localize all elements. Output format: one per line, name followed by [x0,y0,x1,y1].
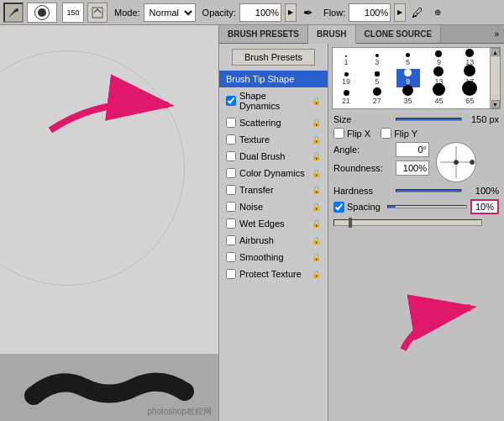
menu-item-color-dynamics[interactable]: Color Dynamics 🔒 [219,165,328,182]
hardness-label: Hardness [333,186,392,196]
size-row: Size 150 px [333,114,499,124]
menu-item-protect-texture[interactable]: Protect Texture 🔒 [219,266,328,282]
transfer-checkbox[interactable] [226,185,236,195]
spacing-row: Spacing 10% [333,199,499,214]
lock-icon-4: 🔒 [312,152,321,161]
brush-size-box [27,3,57,23]
arrow-spacing-svg [395,291,496,358]
size-slider[interactable] [396,118,462,121]
tab-brush-presets[interactable]: BRUSH PRESETS [219,25,308,43]
brush-tip-27[interactable]: 27 [365,88,389,107]
brush-tip-3[interactable]: 3 [365,50,389,68]
circle-guide [0,50,185,286]
angle-fields: Angle: Roundness: [333,142,429,176]
hardness-slider[interactable] [396,189,462,192]
angle-input[interactable] [396,142,429,157]
brush-panel: BRUSH PRESETS BRUSH CLONE SOURCE » Brush… [218,25,504,421]
tab-clone-source[interactable]: CLONE SOURCE [356,25,442,43]
spacing-track-bar[interactable] [333,219,482,226]
brush-menu: Brush Tip Shape Shape Dynamics 🔒 Scatter… [219,71,328,421]
main-area: photoshop教程网 BRUSH PRESETS BRUSH CLONE S… [0,25,504,421]
menu-item-shape-dynamics[interactable]: Shape Dynamics 🔒 [219,87,328,114]
texture-checkbox[interactable] [226,134,236,145]
menu-item-wet-edges[interactable]: Wet Edges 🔒 [219,215,328,232]
flip-row: Flip X Flip Y [333,128,499,139]
wet-edges-checkbox[interactable] [226,218,236,229]
panel-expand-button[interactable]: » [489,25,504,43]
airbrush-icon[interactable]: ✒ [300,4,317,21]
menu-item-brush-tip-shape[interactable]: Brush Tip Shape [219,71,328,87]
tab-brush[interactable]: BRUSH [308,25,356,44]
spacing-checkbox[interactable] [333,202,344,213]
menu-item-texture[interactable]: Texture 🔒 [219,131,328,148]
opacity-input[interactable] [239,3,281,22]
menu-item-smoothing[interactable]: Smoothing 🔒 [219,249,328,266]
menu-item-transfer[interactable]: Transfer 🔒 [219,182,328,198]
angle-control[interactable] [436,142,476,182]
svg-point-0 [15,8,18,12]
lock-icon-6: 🔒 [312,186,321,194]
toggle-btn[interactable] [87,3,108,23]
mode-label: Mode: [114,8,140,18]
brush-list-panel: Brush Presets Brush Tip Shape Shape Dyna… [219,44,328,421]
shape-dynamics-checkbox[interactable] [226,96,236,106]
flow-label: Flow: [323,8,345,18]
size-label: Size [333,114,392,124]
size-value: 150 px [465,114,499,124]
opacity-arrow[interactable]: ▶ [285,3,297,22]
tip-grid-scrollbar[interactable]: ▲ ▼ [490,48,500,108]
spacing-value-box: 10% [470,199,499,214]
menu-item-airbrush[interactable]: Airbrush 🔒 [219,232,328,249]
brush-tip-21[interactable]: 21 [334,88,358,107]
color-dynamics-checkbox[interactable] [226,168,236,178]
flow-input[interactable] [349,3,391,22]
mode-select[interactable]: Normal [144,3,196,22]
settings-section: Size 150 px Flip X [328,111,504,421]
flip-y-checkbox[interactable] [381,128,391,139]
lock-icon-7: 🔒 [312,203,321,211]
brush-tool-button[interactable] [3,3,24,23]
flip-y-label[interactable]: Flip Y [381,128,417,139]
lock-icon-3: 🔒 [312,135,321,144]
noise-checkbox[interactable] [226,202,236,212]
brush-tip-35[interactable]: 35 [396,88,420,107]
panel-content: Brush Presets Brush Tip Shape Shape Dyna… [219,44,504,421]
angle-field-row: Angle: [333,142,429,157]
angle-label: Angle: [333,145,392,155]
brush-stroke-svg [17,366,202,408]
brush-tip-65[interactable]: 65 [458,88,481,107]
brush-tip-9[interactable]: 9 [427,50,450,68]
lock-icon-9: 🔒 [312,236,321,245]
clone-icon[interactable]: ⊕ [429,4,446,21]
toolbar: 150 Mode: Normal Opacity: ▶ ✒ Flow: ▶ 🖊 … [0,0,504,25]
spacing-track-thumb[interactable] [349,218,352,228]
lock-icon-10: 🔒 [312,253,321,261]
brush-tip-5b[interactable]: 5 [365,69,389,87]
brush-presets-button[interactable]: Brush Presets [232,49,315,66]
flip-x-label[interactable]: Flip X [333,128,370,139]
spacing-slider[interactable] [387,205,467,208]
flow-arrow[interactable]: ▶ [394,3,406,22]
lock-icon-11: 🔒 [312,270,321,278]
menu-item-dual-brush[interactable]: Dual Brush 🔒 [219,148,328,165]
opacity-label: Opacity: [202,8,236,18]
brush-tip-45[interactable]: 45 [427,88,450,107]
menu-item-scattering[interactable]: Scattering 🔒 [219,114,328,131]
protect-texture-checkbox[interactable] [226,269,236,279]
brush-tip-19[interactable]: 19 [334,69,358,87]
spacing-checkbox-label[interactable]: Spacing [333,202,381,213]
tablet-pressure-icon[interactable]: 🖊 [409,4,426,21]
watermark: photoshop教程网 [147,406,212,418]
dual-brush-checkbox[interactable] [226,151,236,161]
flip-x-checkbox[interactable] [333,128,344,139]
scattering-checkbox[interactable] [226,118,236,128]
brush-tip-5[interactable]: 5 [396,50,420,68]
hardness-row: Hardness 100% [333,186,499,196]
angle-section: Angle: Roundness: [333,142,499,182]
smoothing-checkbox[interactable] [226,252,236,262]
roundness-input[interactable] [396,161,429,176]
menu-item-noise[interactable]: Noise 🔒 [219,198,328,215]
brush-tip-1[interactable]: 1 [334,50,358,68]
airbrush-checkbox[interactable] [226,235,236,245]
lock-icon-1: 🔒 [312,97,321,105]
